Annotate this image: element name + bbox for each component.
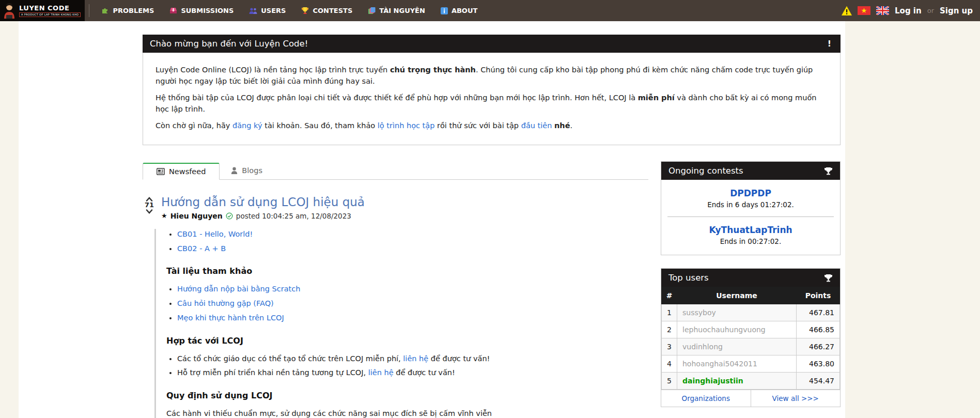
inline-link[interactable]: Câu hỏi thường gặp (FAQ) — [177, 299, 274, 307]
rank-cell: 4 — [662, 355, 677, 373]
nav-item-contests[interactable]: CONTESTS — [293, 0, 360, 21]
inline-link[interactable]: CB01 - Hello, World! — [177, 230, 253, 238]
nav-item-submissions[interactable]: SUBMISSIONS — [162, 0, 241, 21]
cooperation-item: Các tổ chức giáo dục có thể tạo tổ chức … — [177, 353, 648, 365]
text-segment: . — [570, 121, 572, 130]
reference-link-item: Câu hỏi thường gặp (FAQ) — [177, 298, 648, 309]
contest-divider — [667, 216, 834, 217]
inline-link[interactable]: liên hệ — [403, 354, 428, 363]
books-icon — [368, 7, 376, 14]
cooperation-list: Các tổ chức giáo dục có thể tạo tổ chức … — [166, 353, 648, 379]
feed-tabs: Newsfeed Blogs — [143, 161, 648, 180]
post-author-link[interactable]: Hieu Nguyen — [170, 212, 223, 220]
tab-newsfeed[interactable]: Newsfeed — [143, 163, 220, 180]
top-users-panel-title: Top users — [668, 273, 709, 283]
username-link[interactable]: vudinhlong — [677, 338, 797, 355]
contest-link[interactable]: DPDPDP — [667, 188, 834, 198]
text-segment: chú trọng thực hành — [390, 66, 476, 74]
table-row: 4 hohoanghai5042011 463.80 — [662, 355, 840, 373]
points-cell: 466.27 — [797, 338, 840, 355]
nav-item-about[interactable]: ABOUT — [433, 0, 485, 21]
welcome-panel: Chào mừng bạn đến với Luyện Code! ! Luyệ… — [143, 35, 841, 145]
rank-cell: 3 — [662, 338, 677, 355]
username-link[interactable]: lephuochauhungvuong — [677, 321, 797, 338]
top-users-panel: Top users # — [661, 268, 841, 407]
vote-count: 71 — [145, 202, 154, 209]
table-header-row: # Username Points — [662, 287, 840, 304]
ongoing-contests-panel: Ongoing contests DPDPDP — [661, 161, 841, 255]
inline-link[interactable]: đầu tiên — [521, 121, 552, 130]
vietnam-flag-icon[interactable] — [858, 6, 870, 15]
nav-label: CONTESTS — [313, 7, 352, 14]
post-timestamp: posted 10:04:25 am, 12/08/2023 — [236, 212, 351, 220]
contest-ends-text: Ends in 6 days 01:27:02. — [667, 200, 834, 209]
post-body: CB01 - Hello, World! CB02 - A + B Tài li… — [154, 229, 648, 418]
rules-text: Các hành vi thiếu chuẩn mực, sử dụng các… — [166, 408, 648, 418]
vote-widget: 71 — [143, 195, 156, 220]
person-avatar-icon — [2, 3, 17, 19]
rank-cell: 5 — [662, 373, 677, 390]
feed-column: Newsfeed Blogs — [143, 161, 648, 418]
welcome-title: Chào mừng bạn đến với Luyện Code! — [150, 39, 308, 49]
newsfeed-post: 71 Hướng dẫn sử dụng LCOJ hiệu quả ★ Hie… — [143, 195, 648, 418]
nav-item-problems[interactable]: PROBLEMS — [94, 0, 162, 21]
nav-item-tai-nguyen[interactable]: TÀI NGUYÊN — [360, 0, 433, 21]
inline-link[interactable]: Mẹo khi thực hành trên LCOJ — [177, 314, 284, 322]
contest-item: KyThuatLapTrinh Ends in 00:27:02. — [667, 225, 834, 245]
table-row: 1 sussyboy 467.81 — [662, 304, 840, 321]
inline-link[interactable]: liên hệ — [368, 368, 394, 377]
users-icon — [249, 7, 257, 14]
uk-flag-icon[interactable] — [876, 6, 889, 15]
section-heading: Tài liệu tham khảo — [166, 265, 648, 277]
inline-link[interactable]: CB02 - A + B — [177, 244, 226, 253]
view-all-link[interactable]: View all >>> — [751, 390, 841, 407]
tab-label: Newsfeed — [169, 167, 206, 176]
nav-item-users[interactable]: USERS — [241, 0, 293, 21]
contests-panel-header: Ongoing contests — [661, 162, 840, 180]
username-link[interactable]: dainghiajustiin — [677, 373, 797, 390]
nav-label: TÀI NGUYÊN — [379, 7, 425, 14]
chevron-down-icon[interactable] — [146, 209, 153, 214]
username-link[interactable]: sussyboy — [677, 304, 797, 321]
text-segment: rồi thử sức với bài tập — [434, 121, 521, 130]
content-area: Chào mừng bạn đến với Luyện Code! ! Luyệ… — [143, 21, 841, 418]
points-cell: 467.81 — [797, 304, 840, 321]
star-icon: ★ — [161, 212, 167, 219]
text-segment: để được tư vấn! — [428, 354, 490, 363]
welcome-paragraph: Luyện Code Online (LCOJ) là nền tảng học… — [155, 64, 828, 87]
contest-link[interactable]: KyThuatLapTrinh — [667, 225, 834, 235]
text-segment: Hệ thống bài tập của LCOJ được phân loại… — [155, 94, 638, 102]
exclamation-icon: ! — [828, 39, 833, 49]
warning-icon[interactable] — [842, 6, 852, 16]
login-link[interactable]: Log in — [895, 6, 922, 16]
newspaper-icon — [157, 168, 165, 175]
username-link[interactable]: hohoanghai5042011 — [677, 355, 797, 373]
inline-link[interactable]: Hướng dẫn nộp bài bằng Scratch — [177, 285, 300, 293]
organizations-link[interactable]: Organizations — [661, 390, 751, 407]
site-logo[interactable]: LUYEN CODE A PRODUCT OF LAP TRINH KHONG … — [0, 0, 85, 21]
or-text: or — [927, 7, 934, 14]
tab-label: Blogs — [242, 166, 262, 175]
contest-ends-text: Ends in 00:27:02. — [667, 237, 834, 245]
tab-blogs[interactable]: Blogs — [220, 162, 274, 179]
logo-subtitle: A PRODUCT OF LAP TRINH KHONG KHO — [19, 12, 81, 17]
section-heading: Hợp tác với LCOJ — [166, 335, 648, 347]
points-cell: 463.80 — [797, 355, 840, 373]
contests-panel-body: DPDPDP Ends in 6 days 01:27:02. KyThuatL… — [661, 180, 840, 255]
logo-text: LUYEN CODE A PRODUCT OF LAP TRINH KHONG … — [19, 5, 81, 17]
sidebar: Ongoing contests DPDPDP — [661, 161, 841, 418]
puzzle-icon — [101, 7, 109, 14]
inline-link[interactable]: đăng ký — [232, 121, 262, 130]
inline-link[interactable]: lộ trình học tập — [378, 121, 435, 130]
reference-link-item: Hướng dẫn nộp bài bằng Scratch — [177, 284, 648, 295]
rank-column-header: # — [662, 287, 677, 304]
section-heading: Quy định sử dụng LCOJ — [166, 390, 648, 402]
check-circle-icon — [226, 212, 233, 220]
nav-label: USERS — [261, 7, 286, 14]
rank-cell: 1 — [662, 304, 677, 321]
welcome-paragraph: Hệ thống bài tập của LCOJ được phân loại… — [155, 92, 828, 115]
post-title-link[interactable]: Hướng dẫn sử dụng LCOJ hiệu quả — [161, 195, 365, 210]
navbar: LUYEN CODE A PRODUCT OF LAP TRINH KHONG … — [0, 0, 980, 21]
signup-link[interactable]: Sign up — [940, 6, 973, 16]
welcome-panel-header: Chào mừng bạn đến với Luyện Code! ! — [143, 35, 841, 53]
